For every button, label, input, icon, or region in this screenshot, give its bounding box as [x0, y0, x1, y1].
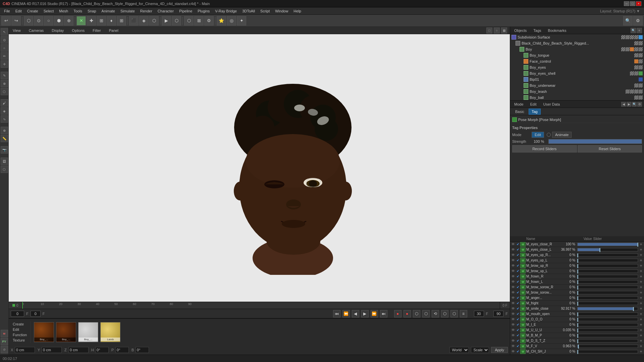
menu-character[interactable]: Character	[155, 8, 176, 14]
morph-handle-12[interactable]	[633, 307, 634, 311]
loop-btn[interactable]: ⟲	[432, 310, 439, 317]
sculpt-btn[interactable]: ⊠	[194, 16, 204, 25]
obj-row-boy[interactable]: Boy	[510, 46, 644, 52]
morph-add-20[interactable]: +	[639, 349, 643, 354]
morph-check-10[interactable]: ✔	[516, 296, 520, 300]
morph-eye-14[interactable]: 👁	[511, 317, 516, 322]
tab-panel[interactable]: Panel	[106, 28, 121, 33]
play-forward-button[interactable]: ▶	[361, 310, 369, 317]
scale-selector[interactable]: Scale Size	[471, 347, 489, 353]
obj-row-underwear[interactable]: Boy_underwear	[510, 82, 644, 88]
strength-bar[interactable]	[548, 139, 642, 144]
morph-eye-6[interactable]: 👁	[511, 274, 516, 279]
morph-check-15[interactable]: ✔	[516, 322, 520, 327]
tab-options[interactable]: Options	[69, 28, 87, 33]
morph-handle-4[interactable]	[577, 264, 578, 268]
tab-filter[interactable]: Filter	[90, 28, 103, 33]
attr-edit-tab[interactable]: Edit	[528, 102, 539, 107]
morph-slider-4[interactable]	[577, 264, 638, 267]
select-tool-btn[interactable]: ↖	[1, 28, 8, 36]
menu-plugins[interactable]: Plugins	[195, 8, 212, 14]
morph-handle-20[interactable]	[577, 350, 578, 354]
morph-add-13[interactable]: +	[639, 312, 643, 316]
sub-frame-input[interactable]	[31, 311, 41, 317]
edit-mode-btn[interactable]: Edit	[532, 132, 544, 138]
step-forward-button[interactable]: ⏩	[371, 310, 378, 317]
morph-handle-18[interactable]	[577, 339, 578, 343]
play-back-button[interactable]: ◀	[352, 310, 359, 317]
tab-cameras[interactable]: Cameras	[26, 28, 47, 33]
morph-eye-8[interactable]: 👁	[511, 285, 516, 290]
settings-icon[interactable]: ⚙	[633, 16, 643, 25]
render-btn[interactable]: ⬛	[129, 16, 139, 25]
poly-pen-btn[interactable]: ✏	[1, 52, 8, 60]
morph-slider-18[interactable]	[577, 339, 638, 343]
morph-check-5[interactable]: ✔	[516, 269, 520, 274]
morph-slider-15[interactable]	[577, 323, 638, 326]
obj-filter-icon[interactable]: ≡	[637, 28, 642, 33]
draw-btn[interactable]: ✎	[1, 72, 8, 79]
menu-vray[interactable]: V-Ray Bridge	[212, 8, 239, 14]
morph-add-12[interactable]: +	[639, 306, 643, 311]
mirror-btn[interactable]: ⬡	[1, 88, 8, 95]
morph-check-17[interactable]: ✔	[516, 333, 520, 338]
morph-eye-7[interactable]: 👁	[511, 280, 516, 284]
morph-add-3[interactable]: +	[639, 258, 643, 263]
sculpt2-btn[interactable]: ⚙	[204, 16, 214, 25]
morph-slider-16[interactable]	[577, 328, 638, 332]
menu-tools[interactable]: Tools	[71, 8, 85, 14]
record-auto-btn[interactable]: ●	[404, 310, 411, 317]
prev-key-btn[interactable]: ⬡	[422, 310, 430, 317]
b-input[interactable]	[136, 347, 149, 353]
morph-slider-13[interactable]	[577, 312, 638, 316]
apply-button[interactable]: Apply	[491, 347, 508, 353]
texture-btn[interactable]: 🖼	[1, 158, 8, 165]
morph-check-18[interactable]: ✔	[516, 339, 520, 343]
morph-check-11[interactable]: ✔	[516, 301, 520, 306]
obj-row-ball[interactable]: Boy_ball	[510, 95, 644, 100]
morph-slider-17[interactable]	[577, 334, 638, 337]
morph-handle-17[interactable]	[577, 334, 578, 338]
mat-create-menu[interactable]: Create	[11, 321, 29, 327]
poly-tool[interactable]: ⬢	[54, 16, 63, 25]
morph-add-21[interactable]: +	[639, 355, 643, 355]
morph-add-19[interactable]: +	[639, 344, 643, 349]
mat-texture-menu[interactable]: Texture	[11, 338, 29, 343]
viewport[interactable]	[9, 34, 510, 302]
morph-add-14[interactable]: +	[639, 317, 643, 322]
morph-handle-7[interactable]	[577, 280, 578, 284]
paint2-btn[interactable]: 🖌	[1, 99, 8, 107]
viewport-expand-icon[interactable]: □	[486, 27, 492, 34]
menu-script[interactable]: Script	[258, 8, 272, 14]
morph-handle-2[interactable]	[577, 253, 578, 257]
menu-edit[interactable]: Edit	[13, 8, 24, 14]
edge-tool[interactable]: ⊕	[64, 16, 73, 25]
morph-eye-15[interactable]: 👁	[511, 322, 516, 327]
morph-check-6[interactable]: ✔	[516, 274, 520, 279]
morph-handle-0[interactable]	[637, 243, 638, 247]
morph-handle-15[interactable]	[577, 323, 578, 327]
morph-handle-14[interactable]	[577, 318, 578, 322]
morph-handle-5[interactable]	[577, 269, 578, 274]
obj-row-tongue[interactable]: Boy_tongue	[510, 52, 644, 58]
mograph-btn[interactable]: ⬡	[172, 16, 181, 25]
morph-eye-3[interactable]: 👁	[511, 258, 516, 263]
viewport-fullscreen-icon[interactable]: ○	[494, 27, 500, 34]
morph-eye-11[interactable]: 👁	[511, 301, 516, 306]
morph-slider-7[interactable]	[577, 280, 638, 284]
menu-render[interactable]: Render	[138, 8, 155, 14]
end-frame-input[interactable]	[493, 311, 503, 317]
morph-add-2[interactable]: +	[639, 253, 643, 257]
morph-add-1[interactable]: +	[639, 247, 643, 252]
morph-handle-10[interactable]	[577, 296, 578, 300]
morph-slider-12[interactable]	[577, 307, 638, 310]
morph-add-17[interactable]: +	[639, 333, 643, 338]
go-start-button[interactable]: ⏮	[333, 310, 340, 317]
obj-row-eyes-shell[interactable]: Boy_eyes_shell	[510, 70, 644, 76]
reset-sliders-btn[interactable]: Reset Sliders	[578, 145, 642, 153]
morph-slider-0[interactable]	[577, 243, 638, 246]
morph-eye-18[interactable]: 👁	[511, 339, 516, 343]
morph-add-9[interactable]: +	[639, 290, 643, 295]
morph-slider-14[interactable]	[577, 318, 638, 321]
py-btn[interactable]: ✦	[237, 16, 246, 25]
